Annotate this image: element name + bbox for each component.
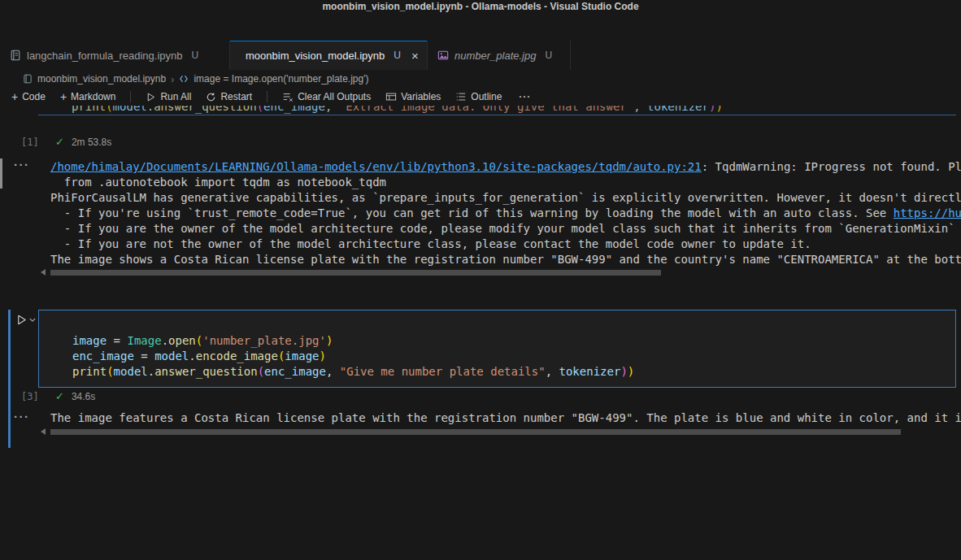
clear-all-outputs-button[interactable]: Clear All Outputs	[282, 91, 371, 102]
notebook-file-icon	[23, 74, 33, 84]
active-cell-indicator-bar	[8, 310, 11, 448]
run-all-button[interactable]: Run All	[146, 91, 191, 102]
code-token: Image	[127, 334, 161, 347]
code-token: )	[715, 106, 722, 113]
run-cell-button[interactable]	[15, 314, 36, 326]
tab-number-plate-jpg[interactable]: number_plate.jpg U	[428, 41, 571, 70]
breadcrumb-file[interactable]: moonbim_vision_model.ipynb	[37, 73, 166, 85]
add-markdown-label: Markdown	[71, 91, 115, 102]
output-line: from .autonotebook import tqdm as notebo…	[50, 175, 961, 190]
breadcrumb-cell[interactable]: image = Image.open('number_plate.jpg')	[194, 73, 368, 85]
code-line[interactable]: print(model.answer_question(enc_image, "…	[72, 364, 634, 380]
cell2-code: image = Image.open('number_plate.jpg')en…	[72, 318, 634, 380]
output-text: PhiForCausalLM has generative capabiliti…	[50, 191, 961, 204]
code-line[interactable]: image = Image.open('number_plate.jpg')	[72, 333, 634, 349]
output-line: The image shows a Costa Rican license pl…	[50, 252, 961, 267]
output-text: - If you are the owner of the model arch…	[50, 222, 955, 235]
outline-icon	[455, 91, 467, 102]
more-actions-icon[interactable]: ⋯	[518, 89, 531, 104]
code-token: image	[285, 349, 319, 362]
variables-button[interactable]: Variables	[385, 91, 441, 102]
chevron-right-icon: ›	[171, 73, 174, 85]
code-token: ,	[633, 106, 647, 113]
code-token: 'number_plate.jpg'	[202, 334, 326, 347]
editor-tab-bar: langchain_formula_reading.ipynb U moonbi…	[0, 41, 961, 71]
cell1-output: /home/himalay/Documents/LEARNING/Ollama-…	[50, 159, 961, 268]
code-token: )	[320, 349, 326, 362]
vscode-window: moonbim_vision_model.ipynb - Ollama-mode…	[0, 0, 961, 560]
output-line: The image features a Costa Rican license…	[50, 410, 961, 426]
code-line[interactable]: enc_image = model.encode_image(image)	[72, 349, 634, 364]
code-token: print	[72, 106, 106, 113]
code-token: enc_image	[72, 349, 134, 362]
toolbar-divider	[130, 91, 131, 102]
tab-moonbim-vision-model[interactable]: moonbim_vision_model.ipynb U ×	[230, 41, 428, 70]
image-file-icon	[437, 50, 449, 61]
output-line: - If you are the owner of the model arch…	[50, 221, 961, 237]
code-token: .	[147, 106, 154, 113]
restart-label: Restart	[220, 91, 252, 102]
tab-label: moonbim_vision_model.ipynb	[246, 50, 385, 62]
execution-count: [1]	[21, 137, 55, 148]
git-untracked-badge: U	[545, 50, 552, 61]
cell2-code-editor[interactable]: image = Image.open('number_plate.jpg')en…	[38, 310, 956, 388]
scroll-left-arrow-icon[interactable]	[41, 428, 46, 435]
output-more-actions-icon[interactable]: ···	[14, 161, 30, 169]
notebook-toolbar: + Code + Markdown Run All Restart Clear …	[0, 88, 961, 106]
run-cell-icon	[15, 314, 28, 326]
output-link[interactable]: https://hu	[894, 206, 961, 219]
add-code-cell-button[interactable]: + Code	[11, 91, 46, 102]
window-title: moonbim_vision_model.ipynb - Ollama-mode…	[322, 1, 638, 12]
code-token: (	[106, 106, 112, 113]
tab-langchain-formula-reading[interactable]: langchain_formula_reading.ipynb U	[0, 41, 230, 70]
code-token: encode_image	[196, 349, 278, 362]
code-line[interactable]	[72, 318, 634, 333]
cell1-bottom-border	[38, 115, 956, 115]
add-markdown-cell-button[interactable]: + Markdown	[60, 91, 116, 102]
horizontal-scrollbar[interactable]	[50, 429, 901, 435]
toolbar-divider	[267, 91, 267, 102]
restart-button[interactable]: Restart	[206, 91, 252, 102]
left-edge-indicator[interactable]	[0, 158, 2, 189]
chevron-down-icon[interactable]	[29, 318, 36, 323]
output-text: - If you're using `trust_remote_code=Tru…	[50, 206, 894, 219]
notebook-file-icon	[10, 50, 21, 61]
variables-label: Variables	[401, 91, 441, 102]
close-icon[interactable]: ×	[411, 50, 419, 62]
success-check-icon: ✓	[55, 136, 64, 148]
code-token: open	[168, 334, 196, 347]
outline-label: Outline	[471, 91, 502, 102]
code-token: enc_image	[263, 106, 325, 113]
code-token: "Give me number plate details"	[340, 365, 546, 378]
scroll-left-arrow-icon[interactable]	[41, 269, 46, 276]
code-token: )	[326, 334, 333, 347]
code-token: "Extract image data. Only give that answ…	[339, 106, 633, 113]
code-token: image	[72, 334, 107, 347]
tab-label: number_plate.jpg	[454, 50, 536, 62]
horizontal-scrollbar[interactable]	[50, 270, 661, 276]
cell1-code-clipped[interactable]: print(model.answer_question(enc_image, "…	[72, 106, 754, 115]
output-link[interactable]: /home/himalay/Documents/LEARNING/Ollama-…	[50, 160, 702, 173]
code-token: model	[113, 106, 147, 113]
code-token: =	[114, 334, 120, 347]
run-all-icon	[146, 92, 156, 102]
execution-time: 2m 53.8s	[72, 137, 111, 148]
code-token: tokenizer	[647, 106, 709, 113]
outline-button[interactable]: Outline	[455, 91, 502, 102]
code-token: (	[257, 106, 263, 113]
plus-icon: +	[11, 91, 18, 102]
add-code-label: Code	[22, 91, 46, 102]
output-line: PhiForCausalLM has generative capabiliti…	[50, 190, 961, 206]
breadcrumb: moonbim_vision_model.ipynb › image = Ima…	[0, 70, 961, 88]
output-more-actions-icon[interactable]: ···	[14, 413, 30, 421]
code-token: ,	[325, 106, 339, 113]
output-line: - If you are not the owner of the model …	[50, 237, 961, 252]
output-line: - If you're using `trust_remote_code=Tru…	[50, 206, 961, 221]
code-token: answer_question	[154, 106, 256, 113]
output-line: /home/himalay/Documents/LEARNING/Ollama-…	[50, 159, 961, 175]
code-token: (	[196, 334, 202, 347]
code-symbol-icon	[179, 74, 189, 84]
code-token: .	[162, 334, 168, 347]
output-text: from .autonotebook import tqdm as notebo…	[50, 176, 386, 189]
code-token: (	[258, 365, 264, 378]
